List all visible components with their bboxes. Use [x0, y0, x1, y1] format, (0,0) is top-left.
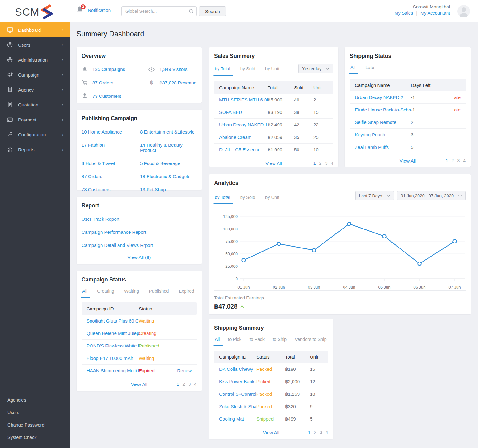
tab[interactable]: Vendors to Ship: [294, 336, 327, 346]
tab[interactable]: Late: [365, 64, 375, 74]
tab[interactable]: All: [350, 64, 356, 74]
total-value: ฿2,499: [268, 122, 294, 128]
sidebar-item-payment[interactable]: Payment ›: [0, 112, 70, 127]
campaign-link[interactable]: Dr.JILL G5 Essence: [219, 147, 260, 152]
category-link[interactable]: 13 Pet Shop: [140, 187, 197, 192]
tab[interactable]: Creating: [96, 287, 115, 298]
sidebar-footer-link[interactable]: Users: [0, 406, 70, 419]
tab-by-total[interactable]: by Total: [214, 65, 231, 75]
page-number[interactable]: 2: [183, 382, 185, 387]
tab[interactable]: Waiting: [124, 287, 140, 298]
my-sales-link[interactable]: My Sales: [394, 11, 413, 16]
sidebar-item-agency[interactable]: Agency ›: [0, 82, 70, 97]
search-button[interactable]: Search: [199, 6, 226, 16]
category-link[interactable]: 10 Home Appliance: [82, 129, 140, 134]
page-number[interactable]: 2: [319, 161, 322, 166]
sidebar-footer-link[interactable]: Agencies: [0, 394, 70, 406]
my-accountant-link[interactable]: My Accountant: [420, 11, 450, 16]
date-range-select[interactable]: 01 Jun,2020 - 07 Jun, 2020: [397, 191, 466, 200]
category-link[interactable]: 73 Customers: [82, 187, 140, 192]
campaign-link[interactable]: Cooling Mat: [219, 416, 244, 422]
page-number[interactable]: 4: [326, 430, 328, 435]
tab[interactable]: Expired: [178, 287, 194, 298]
visitors-link[interactable]: 1,349 Visitors: [159, 67, 188, 72]
page-number[interactable]: 2: [314, 430, 316, 435]
sidebar-item-administration[interactable]: Administration ›: [0, 52, 70, 67]
category-link[interactable]: 18 Electronic & Gadgets: [140, 174, 197, 179]
page-number[interactable]: 1: [446, 158, 448, 163]
page-number[interactable]: 4: [331, 161, 333, 166]
tab[interactable]: to Pick: [227, 336, 242, 346]
campaign-link[interactable]: Etude House Back-to-School Kit: [355, 107, 411, 112]
sidebar-item-users[interactable]: Users ›: [0, 37, 70, 52]
campaign-link[interactable]: MTH SERIES MTH 6.0L: [219, 97, 268, 102]
tab[interactable]: Published: [148, 287, 170, 298]
page-number[interactable]: 4: [463, 158, 466, 163]
campaign-link[interactable]: Spotlight Gluta Plus 60 Caps: [87, 318, 139, 323]
page-number[interactable]: 1: [177, 382, 179, 387]
sidebar-footer-link[interactable]: System Check: [0, 431, 70, 444]
page-number[interactable]: 3: [188, 382, 191, 387]
page-number[interactable]: 1: [313, 161, 316, 166]
page-number[interactable]: 3: [325, 161, 327, 166]
unit-value: 12: [310, 379, 323, 384]
page-number[interactable]: 3: [457, 158, 460, 163]
campaign-link[interactable]: DK Colla Chewy: [219, 366, 253, 372]
tab[interactable]: All: [82, 287, 88, 298]
campaign-link[interactable]: Abalone Cream: [219, 134, 251, 140]
sidebar-item-dashboard[interactable]: Dashboard ›: [0, 22, 70, 37]
category-link[interactable]: 87 Orders: [82, 174, 140, 179]
tab-by-total[interactable]: by Total: [214, 194, 231, 204]
page-number[interactable]: 4: [194, 382, 197, 387]
campaign-link[interactable]: HAAN Shimmering Multi Pact: [87, 368, 139, 373]
tab-by-sold[interactable]: by Sold: [240, 65, 256, 75]
sidebar-item-campaign[interactable]: Campaign ›: [0, 67, 70, 82]
campaign-link[interactable]: Queen Helene Mint Julep Masque: [87, 331, 139, 336]
campaign-link[interactable]: Urban Decay NAKED 1: [219, 122, 268, 127]
campaign-link[interactable]: SOFA BED: [219, 110, 242, 115]
table-row: Zoku Slush & Shake M ... Packed ฿320 9: [214, 400, 328, 413]
campaigns-link[interactable]: 135 Campaigns: [92, 67, 125, 72]
report-link[interactable]: Campaign Performance Report: [82, 229, 197, 235]
page-number[interactable]: 3: [320, 430, 322, 435]
report-view-all-link[interactable]: View All (8): [128, 255, 151, 260]
search-input[interactable]: [121, 6, 197, 16]
period-select[interactable]: Yesterday: [298, 64, 333, 73]
renew-link[interactable]: Renew: [175, 368, 192, 373]
tab[interactable]: to Ship: [272, 336, 287, 346]
range-select[interactable]: Last 7 Days: [355, 191, 394, 200]
page-number[interactable]: 2: [452, 158, 454, 163]
tab[interactable]: All: [214, 336, 220, 346]
campaign-link[interactable]: Kiss Power Bank 8,800 ...: [219, 379, 256, 384]
sidebar-item-configuration[interactable]: Configuration ›: [0, 127, 70, 142]
tab[interactable]: to Pack: [249, 336, 265, 346]
report-link[interactable]: Campaign Detail and Views Rrport: [82, 243, 197, 248]
category-link[interactable]: 3 Hotel & Travel: [82, 161, 140, 166]
revenue-link[interactable]: ฿37,028 Revenue: [159, 80, 197, 86]
category-link[interactable]: 8 Entertainment &Lifestyle: [140, 129, 197, 134]
campaign-link[interactable]: Selfie Snap Remote: [355, 120, 396, 125]
campaign-link[interactable]: Zeal Lamb Puffs: [355, 144, 389, 150]
customers-link[interactable]: 73 Customers: [92, 93, 121, 99]
category-link[interactable]: 17 Fashion: [82, 142, 140, 153]
sidebar-item-quotation[interactable]: Quotation ›: [0, 97, 70, 112]
sidebar-footer-link[interactable]: Change Password: [0, 419, 70, 431]
campaign-link[interactable]: Control S+Control Vser: [219, 391, 256, 397]
tab-by-sold[interactable]: by Sold: [240, 194, 256, 204]
tab-by-unit[interactable]: by Unit: [265, 65, 280, 75]
avatar[interactable]: [457, 5, 470, 17]
campaign-link[interactable]: Zoku Slush & Shake M ...: [219, 404, 256, 409]
tab-by-unit[interactable]: by Unit: [265, 194, 280, 204]
campaign-link[interactable]: Eloop E17 10000 mAh: [87, 356, 133, 361]
notification-button[interactable]: 2 Notification: [76, 6, 111, 14]
category-link[interactable]: 14 Healthy & Beauty Product: [140, 142, 197, 153]
sidebar-item-reports[interactable]: Reports ›: [0, 142, 70, 157]
table-header: Campaign ID Status: [82, 302, 197, 315]
report-link[interactable]: User Track Report: [82, 216, 197, 222]
page-number[interactable]: 1: [308, 430, 311, 435]
orders-link[interactable]: 87 Orders: [92, 80, 113, 85]
category-link[interactable]: 5 Food & Beverage: [140, 161, 197, 166]
campaign-link[interactable]: Urban Decay NAKED 2: [355, 95, 403, 100]
campaign-link[interactable]: Keyring Pouch: [355, 132, 385, 137]
campaign-link[interactable]: POND'S Flawless White BB Cream: [87, 343, 139, 348]
